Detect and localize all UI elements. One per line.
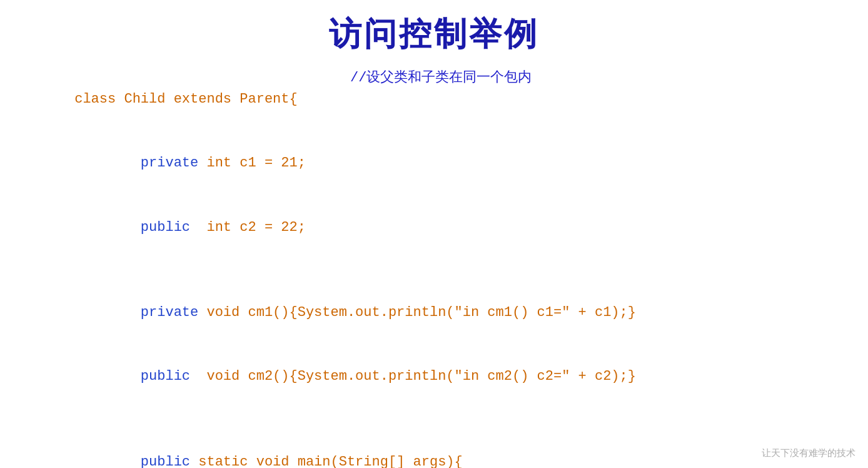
code-line-6: public void cm2(){System.out.println("in… — [25, 345, 843, 409]
class-name-child: Child — [124, 91, 173, 107]
keyword-public-2: public — [141, 369, 190, 384]
code-line-3: public int c2 = 22; — [25, 196, 843, 260]
code-area: //设父类和子类在同一个包内 class Child extends Paren… — [25, 68, 843, 468]
code-line-8: public static void main(String[] args){ — [25, 430, 843, 468]
page-title: 访问控制举例 — [25, 13, 843, 56]
comment-top: //设父类和子类在同一个包内 — [350, 68, 532, 89]
keyword-public-1: public — [141, 220, 190, 235]
class-name-parent: Parent{ — [240, 91, 297, 107]
keyword-extends: extends — [174, 91, 240, 107]
code-line-4 — [25, 260, 843, 281]
keyword-private-2: private — [141, 305, 198, 320]
keyword-public-3: public — [141, 454, 190, 468]
code-line-2: private int c1 = 21; — [25, 131, 843, 195]
keyword-private-1: private — [141, 155, 198, 171]
page-container: 访问控制举例 //设父类和子类在同一个包内 class Child extend… — [0, 0, 868, 468]
keyword-class: class — [74, 91, 124, 107]
watermark: 让天下没有难学的技术 — [762, 447, 855, 459]
code-line-7 — [25, 409, 843, 430]
code-line-5: private void cm1(){System.out.println("i… — [25, 281, 843, 345]
